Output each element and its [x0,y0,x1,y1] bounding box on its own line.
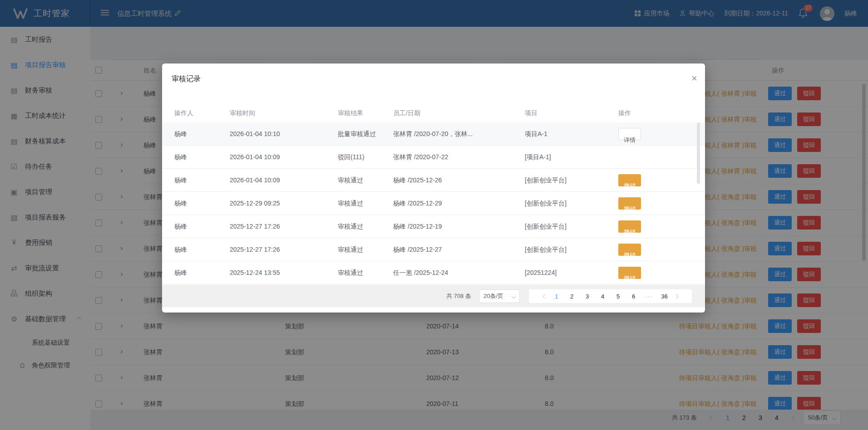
employee-cell: 杨峰 /2025-12-19 [393,215,442,238]
modal-table-row: 杨峰2026-01-04 10:10批量审核通过张林霄 /2020-07-20，… [162,122,705,146]
modal-page-5[interactable]: 5 [613,293,623,300]
close-icon[interactable]: × [688,71,701,86]
revoke-button[interactable]: 撤销 [618,174,641,186]
audit-records-modal: 审核记录 × 操作人 审核时间 审核结果 员工/日期 项目 操作 杨峰2026-… [162,64,705,313]
modal-page-2[interactable]: 2 [567,293,577,300]
project-cell: [创新创业平台] [525,238,567,261]
modal-ellipsis: ··· [644,293,654,300]
modal-table-row: 杨峰2025-12-24 13:55审核通过任一葱 /2025-12-24[20… [162,261,705,284]
project-cell: 项目A-1 [525,122,547,146]
project-cell: [20251224] [525,261,557,284]
project-column-header: 项目 [525,103,538,122]
modal-prev-page-arrow[interactable] [542,295,548,298]
modal-scrollbar[interactable] [697,122,700,184]
modal-total-count: 共 708 条 [446,285,471,307]
action-column-header: 操作 [618,103,631,122]
modal-title: 审核记录 [172,74,201,84]
revoke-button[interactable]: 撤销 [618,244,641,256]
time-column-header: 审核时间 [230,103,255,122]
project-cell: [项目A-1] [525,146,551,169]
time-cell: 2026-01-04 10:09 [230,146,280,169]
time-cell: 2025-12-24 13:55 [230,261,280,284]
operator-cell: 杨峰 [174,238,187,261]
operator-cell: 杨峰 [174,261,187,284]
result-column-header: 审核结果 [338,103,363,122]
operator-cell: 杨峰 [174,122,187,146]
employee-column-header: 员工/日期 [393,103,420,122]
result-cell: 批量审核通过 [338,122,376,146]
employee-cell: 张林霄 /2020-07-22 [393,146,448,169]
modal-table-row: 杨峰2025-12-29 09:25审核通过杨峰 /2025-12-29[创新创… [162,192,705,215]
time-cell: 2025-12-29 09:25 [230,192,280,215]
modal-table-row: 杨峰2026-01-04 10:09审核通过杨峰 /2025-12-26[创新创… [162,169,705,192]
result-cell: 审核通过 [338,261,363,284]
project-cell: [创新创业平台] [525,169,567,192]
chevron-down-icon [512,294,516,298]
operator-cell: 杨峰 [174,146,187,169]
modal-table-header: 操作人 审核时间 审核结果 员工/日期 项目 操作 [162,103,689,122]
result-cell: 驳回(111) [338,146,365,169]
modal-next-page-arrow[interactable] [673,295,680,298]
modal-table-row: 杨峰2025-12-27 17:26审核通过杨峰 /2025-12-27[创新创… [162,238,705,261]
modal-page-numbers: 123456···36 [552,293,670,300]
time-cell: 2026-01-04 10:09 [230,169,280,192]
operator-cell: 杨峰 [174,215,187,238]
modal-pager: 123456···36 [529,289,692,303]
modal-page-4[interactable]: 4 [598,293,608,300]
modal-table-row: 杨峰2026-01-04 10:09驳回(111)张林霄 /2020-07-22… [162,146,705,169]
result-cell: 审核通过 [338,215,363,238]
result-cell: 审核通过 [338,169,363,192]
time-cell: 2025-12-27 17:26 [230,238,280,261]
modal-page-3[interactable]: 3 [582,293,592,300]
operator-column-header: 操作人 [174,103,193,122]
operator-cell: 杨峰 [174,169,187,192]
employee-cell: 杨峰 /2025-12-27 [393,238,442,261]
employee-cell: 任一葱 /2025-12-24 [393,261,448,284]
modal-page-1[interactable]: 1 [552,293,562,300]
employee-cell: 杨峰 /2025-12-26 [393,169,442,192]
detail-button[interactable]: 详情 [618,128,641,140]
modal-table-body: 杨峰2026-01-04 10:10批量审核通过张林霄 /2020-07-20，… [162,122,705,285]
revoke-button[interactable]: 撤销 [618,267,641,279]
result-cell: 审核通过 [338,238,363,261]
result-cell: 审核通过 [338,192,363,215]
modal-page-36[interactable]: 36 [660,293,670,300]
employee-cell: 杨峰 /2025-12-29 [393,192,442,215]
revoke-button[interactable]: 撤销 [618,197,641,210]
modal-pagination: 共 708 条 20条/页 123456···36 [162,285,705,307]
project-cell: [创新创业平台] [525,192,567,215]
time-cell: 2026-01-04 10:10 [230,122,280,146]
employee-cell: 张林霄 /2020-07-20，张林... [393,122,473,146]
modal-page-size-value: 20条/页 [483,292,503,300]
modal-table-row: 杨峰2025-12-27 17:26审核通过杨峰 /2025-12-19[创新创… [162,215,705,238]
project-cell: [创新创业平台] [525,215,567,238]
time-cell: 2025-12-27 17:26 [230,215,280,238]
revoke-button[interactable]: 撤销 [618,220,641,233]
modal-page-6[interactable]: 6 [629,293,639,300]
modal-page-size-select[interactable]: 20条/页 [479,289,520,303]
operator-cell: 杨峰 [174,192,187,215]
